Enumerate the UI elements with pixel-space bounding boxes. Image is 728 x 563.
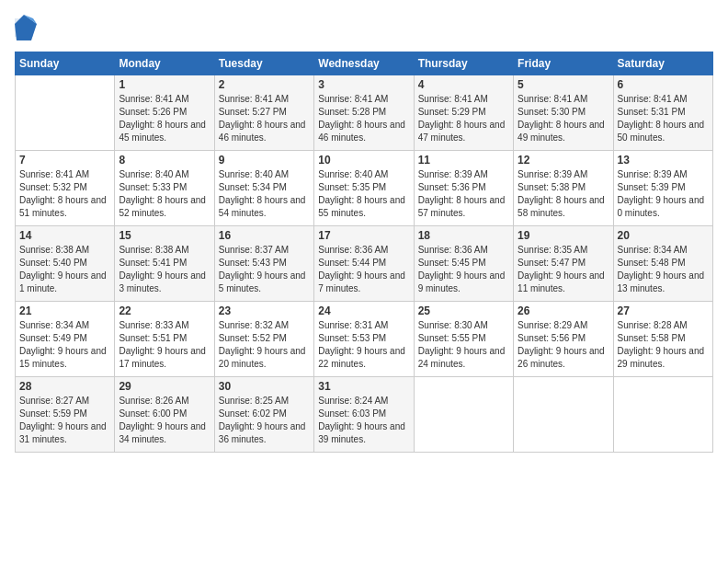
- day-number: 28: [19, 380, 110, 393]
- calendar-cell: 20Sunrise: 8:34 AMSunset: 5:48 PMDayligh…: [613, 226, 712, 302]
- cell-content: Sunrise: 8:40 AMSunset: 5:33 PMDaylight:…: [119, 169, 206, 218]
- cell-content: Sunrise: 8:34 AMSunset: 5:48 PMDaylight:…: [618, 245, 705, 293]
- calendar-cell: [414, 377, 513, 453]
- calendar-cell: 28Sunrise: 8:27 AMSunset: 5:59 PMDayligh…: [16, 377, 115, 453]
- calendar-cell: 19Sunrise: 8:35 AMSunset: 5:47 PMDayligh…: [514, 226, 613, 302]
- day-number: 21: [19, 304, 110, 317]
- cell-content: Sunrise: 8:26 AMSunset: 6:00 PMDaylight:…: [119, 396, 206, 444]
- weekday-header: Monday: [115, 52, 214, 75]
- cell-content: Sunrise: 8:28 AMSunset: 5:58 PMDaylight:…: [618, 320, 705, 369]
- cell-content: Sunrise: 8:41 AMSunset: 5:29 PMDaylight:…: [418, 94, 506, 143]
- calendar-cell: 10Sunrise: 8:40 AMSunset: 5:35 PMDayligh…: [314, 151, 414, 226]
- calendar-cell: 18Sunrise: 8:36 AMSunset: 5:45 PMDayligh…: [414, 226, 513, 302]
- calendar-cell: 27Sunrise: 8:28 AMSunset: 5:58 PMDayligh…: [613, 302, 712, 377]
- day-number: 22: [119, 304, 210, 317]
- cell-content: Sunrise: 8:38 AMSunset: 5:40 PMDaylight:…: [19, 245, 107, 293]
- page-container: SundayMondayTuesdayWednesdayThursdayFrid…: [0, 0, 728, 460]
- calendar-cell: [16, 75, 115, 151]
- calendar-cell: 17Sunrise: 8:36 AMSunset: 5:44 PMDayligh…: [314, 226, 414, 302]
- calendar-cell: 3Sunrise: 8:41 AMSunset: 5:28 PMDaylight…: [314, 75, 414, 151]
- cell-content: Sunrise: 8:41 AMSunset: 5:27 PMDaylight:…: [219, 94, 306, 143]
- day-number: 10: [318, 154, 409, 167]
- day-number: 25: [418, 304, 509, 317]
- calendar-cell: 29Sunrise: 8:26 AMSunset: 6:00 PMDayligh…: [115, 377, 214, 453]
- calendar-week-row: 1Sunrise: 8:41 AMSunset: 5:26 PMDaylight…: [16, 75, 713, 151]
- calendar-cell: 24Sunrise: 8:31 AMSunset: 5:53 PMDayligh…: [314, 302, 414, 377]
- cell-content: Sunrise: 8:33 AMSunset: 5:51 PMDaylight:…: [119, 320, 206, 369]
- day-number: 19: [518, 229, 609, 242]
- weekday-header: Saturday: [613, 52, 712, 75]
- calendar-table: SundayMondayTuesdayWednesdayThursdayFrid…: [15, 52, 713, 453]
- calendar-cell: 25Sunrise: 8:30 AMSunset: 5:55 PMDayligh…: [414, 302, 513, 377]
- header-row: SundayMondayTuesdayWednesdayThursdayFrid…: [16, 52, 713, 75]
- day-number: 2: [219, 78, 310, 91]
- calendar-cell: 7Sunrise: 8:41 AMSunset: 5:32 PMDaylight…: [16, 151, 115, 226]
- cell-content: Sunrise: 8:41 AMSunset: 5:32 PMDaylight:…: [19, 169, 107, 218]
- logo-icon: [15, 15, 37, 40]
- calendar-cell: 9Sunrise: 8:40 AMSunset: 5:34 PMDaylight…: [214, 151, 313, 226]
- weekday-header: Wednesday: [314, 52, 414, 75]
- weekday-header: Friday: [514, 52, 613, 75]
- day-number: 6: [618, 78, 709, 91]
- weekday-header: Sunday: [16, 52, 115, 75]
- calendar-cell: 22Sunrise: 8:33 AMSunset: 5:51 PMDayligh…: [115, 302, 214, 377]
- calendar-cell: [514, 377, 613, 453]
- calendar-cell: 6Sunrise: 8:41 AMSunset: 5:31 PMDaylight…: [613, 75, 712, 151]
- calendar-week-row: 7Sunrise: 8:41 AMSunset: 5:32 PMDaylight…: [16, 151, 713, 226]
- calendar-cell: 21Sunrise: 8:34 AMSunset: 5:49 PMDayligh…: [16, 302, 115, 377]
- day-number: 31: [318, 380, 409, 393]
- calendar-cell: 15Sunrise: 8:38 AMSunset: 5:41 PMDayligh…: [115, 226, 214, 302]
- calendar-cell: 13Sunrise: 8:39 AMSunset: 5:39 PMDayligh…: [613, 151, 712, 226]
- cell-content: Sunrise: 8:39 AMSunset: 5:36 PMDaylight:…: [418, 169, 506, 218]
- cell-content: Sunrise: 8:35 AMSunset: 5:47 PMDaylight:…: [518, 245, 605, 293]
- cell-content: Sunrise: 8:41 AMSunset: 5:30 PMDaylight:…: [518, 94, 605, 143]
- cell-content: Sunrise: 8:24 AMSunset: 6:03 PMDaylight:…: [318, 396, 405, 444]
- day-number: 15: [119, 229, 210, 242]
- cell-content: Sunrise: 8:36 AMSunset: 5:44 PMDaylight:…: [318, 245, 405, 293]
- day-number: 9: [219, 154, 310, 167]
- cell-content: Sunrise: 8:41 AMSunset: 5:26 PMDaylight:…: [119, 94, 206, 143]
- day-number: 30: [219, 380, 310, 393]
- cell-content: Sunrise: 8:27 AMSunset: 5:59 PMDaylight:…: [19, 396, 107, 444]
- cell-content: Sunrise: 8:38 AMSunset: 5:41 PMDaylight:…: [119, 245, 206, 293]
- day-number: 27: [618, 304, 709, 317]
- cell-content: Sunrise: 8:25 AMSunset: 6:02 PMDaylight:…: [219, 396, 306, 444]
- day-number: 24: [318, 304, 409, 317]
- cell-content: Sunrise: 8:41 AMSunset: 5:31 PMDaylight:…: [618, 94, 705, 143]
- cell-content: Sunrise: 8:36 AMSunset: 5:45 PMDaylight:…: [418, 245, 506, 293]
- calendar-cell: 26Sunrise: 8:29 AMSunset: 5:56 PMDayligh…: [514, 302, 613, 377]
- calendar-cell: 30Sunrise: 8:25 AMSunset: 6:02 PMDayligh…: [214, 377, 313, 453]
- day-number: 26: [518, 304, 609, 317]
- calendar-cell: 16Sunrise: 8:37 AMSunset: 5:43 PMDayligh…: [214, 226, 313, 302]
- header: [15, 15, 713, 40]
- day-number: 11: [418, 154, 509, 167]
- day-number: 4: [418, 78, 509, 91]
- calendar-cell: 8Sunrise: 8:40 AMSunset: 5:33 PMDaylight…: [115, 151, 214, 226]
- calendar-cell: 5Sunrise: 8:41 AMSunset: 5:30 PMDaylight…: [514, 75, 613, 151]
- logo: [15, 15, 40, 40]
- calendar-cell: 2Sunrise: 8:41 AMSunset: 5:27 PMDaylight…: [214, 75, 313, 151]
- calendar-cell: 23Sunrise: 8:32 AMSunset: 5:52 PMDayligh…: [214, 302, 313, 377]
- calendar-week-row: 14Sunrise: 8:38 AMSunset: 5:40 PMDayligh…: [16, 226, 713, 302]
- calendar-cell: 12Sunrise: 8:39 AMSunset: 5:38 PMDayligh…: [514, 151, 613, 226]
- calendar-cell: 14Sunrise: 8:38 AMSunset: 5:40 PMDayligh…: [16, 226, 115, 302]
- day-number: 17: [318, 229, 409, 242]
- day-number: 29: [119, 380, 210, 393]
- cell-content: Sunrise: 8:40 AMSunset: 5:35 PMDaylight:…: [318, 169, 405, 218]
- cell-content: Sunrise: 8:34 AMSunset: 5:49 PMDaylight:…: [19, 320, 107, 369]
- day-number: 5: [518, 78, 609, 91]
- calendar-week-row: 28Sunrise: 8:27 AMSunset: 5:59 PMDayligh…: [16, 377, 713, 453]
- day-number: 3: [318, 78, 409, 91]
- calendar-cell: 11Sunrise: 8:39 AMSunset: 5:36 PMDayligh…: [414, 151, 513, 226]
- day-number: 20: [618, 229, 709, 242]
- cell-content: Sunrise: 8:40 AMSunset: 5:34 PMDaylight:…: [219, 169, 306, 218]
- calendar-cell: 4Sunrise: 8:41 AMSunset: 5:29 PMDaylight…: [414, 75, 513, 151]
- day-number: 14: [19, 229, 110, 242]
- weekday-header: Thursday: [414, 52, 513, 75]
- cell-content: Sunrise: 8:31 AMSunset: 5:53 PMDaylight:…: [318, 320, 405, 369]
- day-number: 23: [219, 304, 310, 317]
- cell-content: Sunrise: 8:29 AMSunset: 5:56 PMDaylight:…: [518, 320, 605, 369]
- cell-content: Sunrise: 8:39 AMSunset: 5:38 PMDaylight:…: [518, 169, 605, 218]
- cell-content: Sunrise: 8:41 AMSunset: 5:28 PMDaylight:…: [318, 94, 405, 143]
- day-number: 18: [418, 229, 509, 242]
